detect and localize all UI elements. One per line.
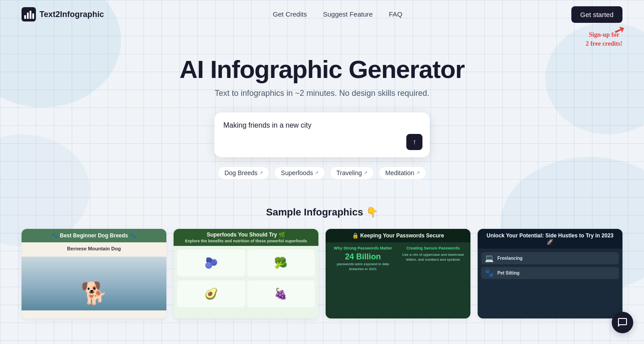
svg-rect-4	[32, 13, 34, 19]
chat-bubble-button[interactable]	[612, 312, 633, 333]
card-dog-breeds-header: 🐾 Best Beginner Dog Breeds 🐾	[22, 229, 166, 242]
side-hustle-icon-0: 💻	[485, 254, 494, 262]
chip-traveling[interactable]: Traveling ↗	[330, 166, 374, 180]
navbar: Text2Infographic Get Credits Suggest Fea…	[0, 0, 644, 29]
svg-rect-3	[30, 11, 31, 19]
card-superfoods-header: Superfoods You Should Try 🌿 Explore the …	[174, 229, 318, 246]
side-hustle-icon-1: 🐾	[485, 269, 494, 277]
superfood-item-0: 🫐	[177, 249, 245, 276]
get-started-button[interactable]: Get started	[571, 6, 622, 23]
sample-card-passwords[interactable]: 🔒 Keeping Your Passwords Secure Why Stro…	[326, 229, 470, 318]
nav-suggest-feature[interactable]: Suggest Feature	[323, 10, 373, 18]
chip-arrow-icon-3: ↗	[416, 170, 420, 175]
card-passwords-header: 🔒 Keeping Your Passwords Secure	[326, 229, 470, 242]
hero-title: AI Infographic Generator	[179, 56, 465, 83]
chip-meditation[interactable]: Meditation ↗	[379, 166, 426, 180]
logo-link[interactable]: Text2Infographic	[22, 7, 104, 22]
chip-arrow-icon-2: ↗	[364, 170, 367, 175]
sample-card-side-hustles[interactable]: Unlock Your Potential: Side Hustles to T…	[478, 229, 622, 318]
sample-grid: 🐾 Best Beginner Dog Breeds 🐾 Bernese Mou…	[22, 229, 622, 318]
side-hustle-item-1: 🐾 Pet Sitting	[481, 267, 619, 279]
card-superfoods-content: 🫐 🥦 🥑 🍇	[174, 246, 318, 313]
sample-section-title: Sample Infographics 👇	[22, 206, 622, 218]
side-hustle-item-0: 💻 Freelancing	[481, 252, 619, 264]
sample-card-dog-breeds[interactable]: 🐾 Best Beginner Dog Breeds 🐾 Bernese Mou…	[22, 229, 166, 318]
brand-name: Text2Infographic	[39, 10, 104, 19]
chip-arrow-icon-0: ↗	[259, 170, 263, 175]
sample-card-superfoods[interactable]: Superfoods You Should Try 🌿 Explore the …	[174, 229, 318, 318]
superfood-item-2: 🥑	[177, 280, 245, 307]
logo-icon	[22, 7, 36, 22]
topic-input[interactable]	[223, 121, 421, 148]
card-dog-breeds-content: Bernese Mountain Dog	[22, 242, 166, 257]
nav-links: Get Credits Suggest Feature FAQ	[273, 10, 402, 18]
superfood-item-3: 🍇	[247, 280, 315, 307]
card-passwords-content: Why Strong Passwords Matter 24 Billion p…	[326, 242, 470, 275]
chat-icon	[617, 317, 628, 328]
superfood-item-1: 🥦	[247, 249, 315, 276]
signup-annotation: ➚ Sign-up for 2 free credits!	[586, 30, 622, 48]
hero-subtitle: Text to infographics in ~2 minutes. No d…	[215, 89, 430, 98]
card-side-hustles-header: Unlock Your Potential: Side Hustles to T…	[478, 229, 622, 249]
chip-arrow-icon-1: ↗	[315, 170, 318, 175]
nav-faq[interactable]: FAQ	[389, 10, 402, 18]
card-passwords-col1: Why Strong Passwords Matter 24 Billion p…	[329, 246, 397, 271]
chips-row: Dog Breeds ↗ Superfoods ↗ Traveling ↗ Me…	[218, 166, 426, 180]
sample-section: Sample Infographics 👇 🐾 Best Beginner Do…	[0, 198, 644, 318]
text-input-container: ↑	[214, 112, 430, 157]
svg-rect-1	[24, 15, 26, 19]
nav-get-credits[interactable]: Get Credits	[273, 10, 307, 18]
svg-rect-2	[27, 13, 29, 19]
hero-section: AI Infographic Generator Text to infogra…	[0, 29, 644, 198]
chip-superfoods[interactable]: Superfoods ↗	[274, 166, 325, 180]
chip-dog-breeds[interactable]: Dog Breeds ↗	[218, 166, 270, 180]
submit-icon: ↑	[413, 138, 416, 146]
card-passwords-col2: Creating Secure Passwords Use a mix of u…	[400, 246, 467, 271]
submit-button[interactable]: ↑	[406, 134, 422, 150]
card-side-hustles-content: 💻 Freelancing 🐾 Pet Sitting	[478, 249, 622, 283]
card-dog-breeds-image	[22, 257, 166, 310]
